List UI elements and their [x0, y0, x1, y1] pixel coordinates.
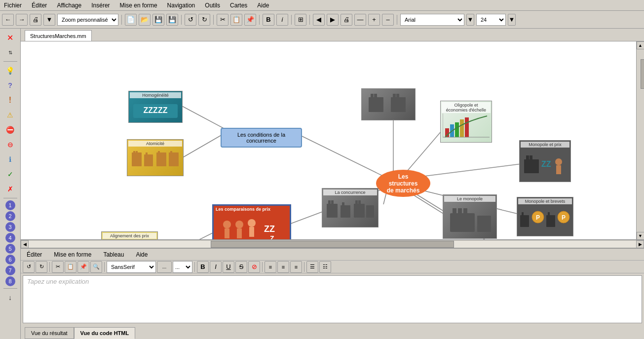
menu-affichage[interactable]: Affichage [55, 1, 83, 10]
vertical-scrollbar[interactable]: ▲ ▼ [636, 41, 644, 240]
menu-outils[interactable]: Outils [203, 1, 222, 10]
size-dropdown-btn[interactable]: ▼ [508, 14, 516, 26]
find-btn[interactable]: 🔍 [90, 261, 102, 273]
sidebar-stop-icon[interactable]: ⛔ [3, 123, 17, 137]
minus2-btn[interactable]: – [382, 14, 394, 26]
sidebar-num8-icon[interactable]: 8 [5, 276, 15, 286]
node-conditions[interactable]: Les conditions de laconcurrence [221, 128, 302, 148]
save-button[interactable]: 💾 [152, 14, 164, 26]
save2-button[interactable]: 💾 [166, 14, 178, 26]
sidebar-check-icon[interactable]: ✓ [3, 167, 17, 181]
node-comparaisons[interactable]: Les comparaisons de prix ZZ Z [212, 204, 291, 240]
sidebar-minus-circle-icon[interactable]: ⊖ [3, 138, 17, 151]
node-oligopole[interactable]: Oligopole etéconomies d'échelle [440, 101, 492, 143]
sidebar-num2-icon[interactable]: 2 [5, 211, 15, 221]
italic2-btn[interactable]: I [210, 261, 222, 273]
undo2-btn[interactable]: ↺ [23, 261, 35, 273]
size-select[interactable]: 24 [476, 14, 506, 26]
table-btn[interactable]: ⊞ [295, 14, 306, 26]
sidebar-exclamation-icon[interactable]: ! [3, 93, 17, 107]
menu-editer[interactable]: Éditer [30, 1, 49, 10]
menu-fichier[interactable]: Fichier [2, 1, 24, 10]
copy-button[interactable]: 📋 [230, 14, 242, 26]
redo-button[interactable]: ↻ [198, 14, 210, 26]
node-monopole-prix[interactable]: Monopole et prix ZZ [519, 140, 571, 182]
redo2-btn[interactable]: ↻ [36, 261, 47, 273]
noformat-btn[interactable]: ⊘ [248, 261, 260, 273]
paste2-btn[interactable]: 📌 [77, 261, 89, 273]
sidebar-num7-icon[interactable]: 7 [5, 265, 15, 275]
undo-button[interactable]: ↺ [185, 14, 196, 26]
underline2-btn[interactable]: U [223, 261, 234, 273]
list-ul-btn[interactable]: ☰ [306, 261, 318, 273]
list-ol-btn[interactable]: ☷ [319, 261, 331, 273]
sidebar-num1-icon[interactable]: 1 [5, 200, 15, 210]
cut2-btn[interactable]: ✂ [52, 261, 64, 273]
print-button[interactable]: 🖨 [30, 14, 41, 26]
sidebar-scroll-icon[interactable]: ⇅ [3, 45, 17, 59]
next-btn[interactable]: ▶ [327, 14, 339, 26]
menu-navigation[interactable]: Navigation [165, 1, 197, 10]
sidebar-question-icon[interactable]: ? [3, 78, 17, 92]
node-top[interactable] [361, 88, 416, 120]
hscroll-right-arrow[interactable]: ▶ [636, 240, 644, 248]
node-atomicite[interactable]: Atomicité [127, 139, 184, 176]
menu-cartes[interactable]: Cartes [228, 1, 249, 10]
horizontal-scrollbar[interactable]: ◀ ▶ [21, 240, 644, 248]
print2-btn[interactable]: 🖨 [341, 14, 352, 26]
sidebar-num4-icon[interactable]: 4 [5, 233, 15, 243]
menu-inserer[interactable]: Insérer [89, 1, 112, 10]
main-tab[interactable]: StructuresMarches.mm [25, 30, 92, 41]
copy2-btn[interactable]: 📋 [65, 261, 76, 273]
node-homogeneite[interactable]: Homogénéité ZZZZZ [128, 91, 183, 123]
back-button[interactable]: ← [2, 14, 14, 26]
hscroll-track[interactable] [29, 241, 636, 248]
font-select[interactable]: Arial [400, 14, 464, 26]
sidebar-lightbulb-icon[interactable]: 💡 [3, 64, 17, 77]
sidebar-warning-icon[interactable]: ⚠ [3, 108, 17, 122]
sidebar-arrow-down-icon[interactable]: ↓ [3, 291, 17, 304]
filter-button[interactable]: ▼ [43, 14, 55, 26]
more-btn[interactable]: ... [157, 261, 172, 273]
sidebar-close-icon[interactable]: ✕ [3, 31, 17, 44]
sidebar-cross-icon[interactable]: ✗ [3, 182, 17, 196]
vscroll-thumb[interactable] [641, 59, 644, 89]
zoom-select[interactable]: Zoom personnalisé [57, 14, 118, 26]
sidebar-num3-icon[interactable]: 3 [5, 222, 15, 232]
text-editor-area[interactable]: Tapez une explication [23, 275, 642, 323]
align-right-btn[interactable]: ≡ [290, 261, 302, 273]
info-btn[interactable]: i [276, 14, 288, 26]
node-monopole[interactable]: Le monopole [443, 194, 497, 239]
vscroll-down-arrow[interactable]: ▼ [637, 232, 644, 240]
tab-vue-code-html[interactable]: Vue du code HTML [74, 327, 136, 339]
open-button[interactable]: 📂 [139, 14, 151, 26]
paste-button[interactable]: 📌 [244, 14, 256, 26]
prev-btn[interactable]: ◀ [313, 14, 325, 26]
node-concurrence[interactable]: La concurrence [322, 188, 379, 227]
align-left-btn[interactable]: ≡ [265, 261, 276, 273]
bottom-menu-aide[interactable]: Aide [134, 250, 150, 259]
bold-btn[interactable]: B [263, 14, 274, 26]
bottom-menu-tableau[interactable]: Tableau [101, 250, 126, 259]
sidebar-info-icon[interactable]: ℹ [3, 152, 17, 166]
strikethrough2-btn[interactable]: S [235, 261, 247, 273]
font-dropdown-btn[interactable]: ▼ [466, 14, 474, 26]
align-center-btn[interactable]: ≡ [277, 261, 289, 273]
node-alignement[interactable]: Alignement des prix Z Z Z Z [101, 231, 158, 240]
hscroll-left-arrow[interactable]: ◀ [21, 240, 29, 248]
bold2-btn[interactable]: B [197, 261, 209, 273]
mindmap-canvas[interactable]: Les structuresde marchés Les conditions … [21, 41, 636, 240]
central-node[interactable]: Les structuresde marchés [376, 170, 430, 197]
vscroll-up-arrow[interactable]: ▲ [637, 41, 644, 49]
bottom-size-select[interactable]: ... [173, 261, 192, 273]
sidebar-num6-icon[interactable]: 6 [5, 255, 15, 264]
minus-btn[interactable]: — [354, 14, 366, 26]
new-button[interactable]: 📄 [125, 14, 137, 26]
tab-vue-resultat[interactable]: Vue du résultat [25, 327, 74, 339]
node-monopole-brevets[interactable]: Monopole et brevets P P [517, 197, 573, 236]
hscroll-thumb[interactable] [211, 241, 454, 248]
menu-mise-en-forme[interactable]: Mise en forme [118, 1, 159, 10]
bottom-menu-mise-en-forme[interactable]: Mise en forme [52, 250, 93, 259]
plus-btn[interactable]: + [368, 14, 380, 26]
sidebar-num5-icon[interactable]: 5 [5, 244, 15, 254]
